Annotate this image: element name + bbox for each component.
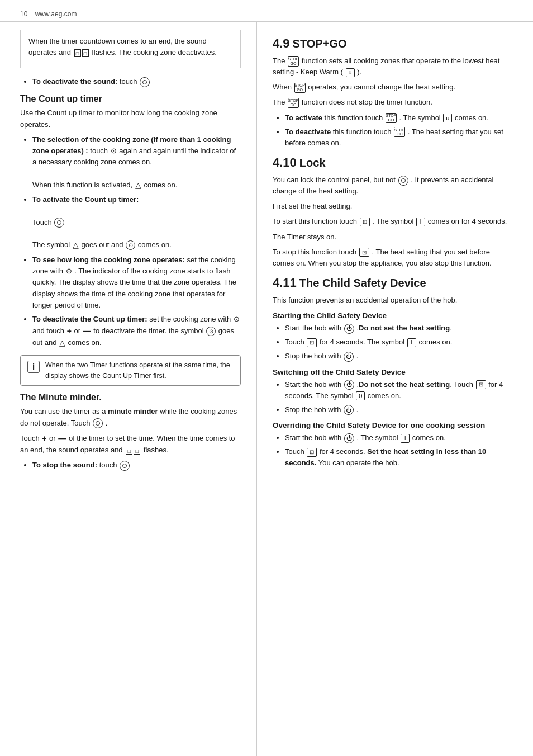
- section-title-4-10: Lock: [299, 157, 326, 169]
- lock-para1: You can lock the control panel, but not …: [273, 174, 513, 197]
- lock-para5: To stop this function touch ⊡ . The heat…: [273, 247, 513, 269]
- sound-icon-3: [120, 461, 130, 471]
- stopgo-activate-item: To activate this function touch STOPGO .…: [285, 112, 513, 124]
- stopgo-para3: The STOPGO function does not stop the ti…: [273, 97, 513, 108]
- l-icon-3: l: [401, 434, 410, 443]
- sound-icon: [140, 77, 150, 87]
- page-number: 10: [20, 10, 27, 18]
- overriding-item-2: Touch ⊡ for 4 seconds. Set the heat sett…: [285, 446, 513, 469]
- selection-label: The selection of the cooking zone (if mo…: [32, 135, 231, 155]
- lock-para3: To start this function touch ⊡ . The sym…: [273, 216, 513, 227]
- stop-sound-item: To stop the sound: touch: [32, 460, 241, 471]
- stopgo-list: To activate this function touch STOPGO .…: [273, 112, 513, 149]
- count-up-timer-list: The selection of the cooking zone (if mo…: [20, 134, 241, 349]
- section-num-4-10: 4.10: [273, 155, 297, 169]
- lock-para2: First set the heat setting.: [273, 201, 513, 212]
- stopgo-para2: When STOPGO operates, you cannot change …: [273, 82, 513, 93]
- child-safety-intro: This function prevents an accidental ope…: [273, 295, 513, 306]
- minute-minder-intro: You can use the timer as a minute minder…: [20, 406, 241, 428]
- power-icon-5: ⏻: [344, 433, 354, 443]
- overriding-item-1: Start the hob with ⏻ . The symbol l come…: [285, 432, 513, 443]
- stopgo-icon-5: STOPGO: [394, 127, 405, 137]
- section-num-4-11: 4.11: [273, 276, 297, 290]
- see-how-long-label: To see how long the cooking zone operate…: [32, 256, 185, 264]
- zone-icon-2: ⊙: [66, 266, 72, 277]
- overriding-list: Start the hob with ⏻ . The symbol l come…: [273, 432, 513, 469]
- power-icon-1: ⏻: [344, 324, 354, 334]
- count-up-deactivate-item: To deactivate the Count up timer: set th…: [32, 314, 241, 349]
- minus-icon-2: —: [58, 433, 66, 445]
- key-icon-2: ⊡: [359, 248, 369, 257]
- plus-icon-2: +: [42, 433, 46, 445]
- stopgo-icon-3: STOPGO: [288, 98, 299, 108]
- info-box: i When the two Timer functions operate a…: [20, 355, 241, 386]
- switching-off-subtitle: Switching off the Child Safety Device: [273, 368, 513, 376]
- l-icon-2: l: [407, 338, 416, 347]
- bell-icon: △: [135, 179, 141, 192]
- do-not-set-bold-1: Do not set the heat setting: [359, 324, 450, 332]
- page: 10 www.aeg.com When the timer countdown …: [0, 0, 533, 756]
- stopgo-icon: STOPGO: [288, 56, 299, 67]
- intro-text: When the timer countdown comes to an end…: [28, 36, 232, 58]
- do-not-set-bold-2: Do not set the heat setting: [359, 380, 450, 389]
- u-icon: u: [443, 114, 452, 122]
- count-up-selection-item: The selection of the cooking zone (if mo…: [32, 134, 241, 192]
- deactivate-sound-item: To deactivate the sound: touch: [32, 76, 241, 87]
- power-icon-lock: [398, 176, 408, 186]
- count-up-activate-item: To activate the Count up timer: Touch Th…: [32, 194, 241, 251]
- minute-minder-bold: minute minder: [108, 407, 158, 415]
- key-icon-4: ⊡: [476, 380, 486, 389]
- section-num-4-9: 4.9: [273, 36, 290, 50]
- minute-minder-list: To stop the sound: touch: [20, 460, 241, 471]
- deactivate-count-up-label: To deactivate the Count up timer:: [32, 315, 147, 323]
- stopgo-activate-label: To activate: [285, 114, 322, 122]
- key-icon: ⊡: [360, 218, 370, 226]
- info-text: When the two Timer functions operate at …: [45, 360, 234, 381]
- starting-item-3: Stop the hob with ⏻ .: [285, 351, 513, 362]
- zone-icon: ⊙: [111, 145, 117, 157]
- lock-para4: The Timer stays on.: [273, 231, 513, 243]
- clock-icon: ⊙: [126, 240, 135, 250]
- content-area: When the timer countdown comes to an end…: [0, 22, 533, 756]
- power-icon-3: ⏻: [344, 380, 354, 390]
- clock-icon-2: ⊙: [206, 327, 216, 336]
- double-square-icon: □□: [74, 49, 89, 57]
- stop-sound-label: To stop the sound:: [32, 461, 97, 469]
- switching-off-item-2: Stop the hob with ⏻ .: [285, 404, 513, 415]
- section-4-11-heading: 4.11 The Child Safety Device: [273, 276, 513, 290]
- timer-sound-icon: [54, 218, 64, 228]
- zero-icon: 0: [356, 391, 365, 400]
- starting-subtitle: Starting the Child Safety Device: [273, 311, 513, 320]
- info-icon: i: [27, 361, 40, 373]
- intro-box: When the timer countdown comes to an end…: [20, 30, 241, 68]
- key-icon-3: ⊡: [307, 338, 317, 347]
- count-up-timer-intro: Use the Count up timer to monitor how lo…: [20, 107, 241, 130]
- minute-minder-line2: Touch + or — of the timer to set the tim…: [20, 433, 241, 456]
- sound-icon-2: [93, 418, 103, 428]
- section-title-4-11: The Child Safety Device: [299, 277, 426, 289]
- zone-icon-3: ⊙: [234, 314, 240, 325]
- count-up-see-item: To see how long the cooking zone operate…: [32, 254, 241, 311]
- starting-item-2: Touch ⊡ for 4 seconds. The symbol l come…: [285, 337, 513, 348]
- switching-off-item-1: Start the hob with ⏻ .Do not set the hea…: [285, 379, 513, 401]
- minute-minder-heading: The Minute minder.: [20, 393, 241, 403]
- right-column: 4.9 STOP+GO The STOPGO function sets all…: [257, 22, 533, 756]
- count-up-timer-heading: The Count up timer: [20, 94, 241, 104]
- deactivate-sound-list: To deactivate the sound: touch: [20, 76, 241, 87]
- minus-icon: —: [83, 325, 91, 338]
- website: www.aeg.com: [35, 10, 77, 18]
- bell-icon-2: △: [73, 239, 79, 252]
- stopgo-icon-4: STOPGO: [386, 113, 397, 123]
- bell-icon-3: △: [59, 337, 65, 349]
- page-header: 10 www.aeg.com: [0, 0, 533, 22]
- plus-icon: +: [67, 325, 72, 338]
- l-icon: l: [416, 218, 425, 226]
- key-icon-5: ⊡: [307, 448, 317, 457]
- section-4-10-heading: 4.10 Lock: [273, 155, 513, 170]
- double-square-icon-2: □□: [125, 447, 141, 455]
- power-icon-2: ⏻: [344, 352, 354, 362]
- section-title-4-9: STOP+GO: [293, 37, 347, 50]
- starting-list: Start the hob with ⏻ .Do not set the hea…: [273, 323, 513, 362]
- overriding-subtitle: Overriding the Child Safety Device for o…: [273, 421, 513, 429]
- activate-count-up-label: To activate the Count up timer:: [32, 195, 139, 204]
